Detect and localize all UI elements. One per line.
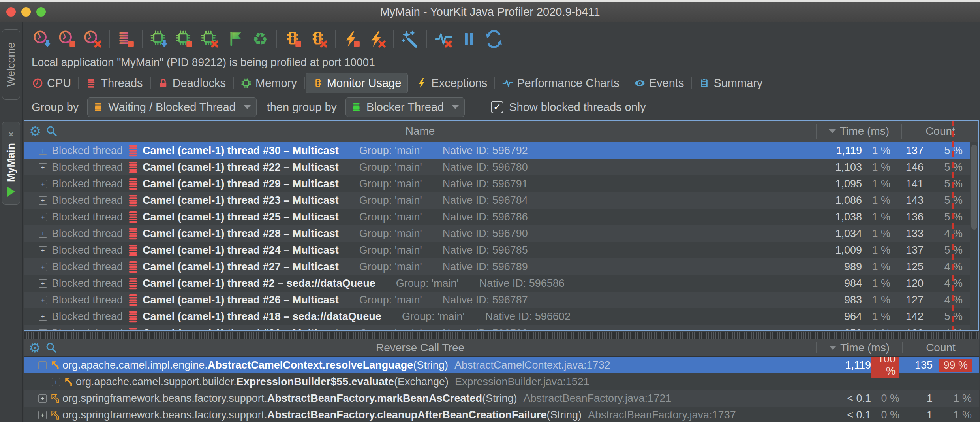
call-tree-row[interactable]: +org.springframework.beans.factory.suppo…	[24, 407, 979, 422]
count-column-header[interactable]: Count	[902, 121, 978, 142]
stop-cpu-profiling-icon[interactable]	[57, 28, 78, 50]
sidebar-tab-welcome[interactable]: Welcome	[2, 29, 20, 100]
tab-threads[interactable]: Threads	[80, 73, 149, 93]
call-tree-row[interactable]: −org.apache.camel.impl.engine.AbstractCa…	[24, 357, 979, 373]
count-value: 133	[894, 228, 929, 240]
expand-icon[interactable]: +	[39, 180, 47, 188]
thread-row[interactable]: +Blocked threadCamel (camel-1) thread #2…	[24, 225, 978, 242]
tab-summary[interactable]: Summary	[693, 73, 769, 93]
thread-row[interactable]: +Blocked threadCamel (camel-1) thread #3…	[24, 142, 978, 159]
scrollbar-thumb[interactable]	[971, 145, 977, 230]
thread-state-label: Blocked thread	[52, 178, 123, 190]
stop-exception-profiling-icon[interactable]	[341, 28, 362, 50]
clear-cpu-results-icon[interactable]	[82, 28, 103, 50]
clear-exception-results-icon[interactable]	[366, 28, 388, 50]
thread-native-id: Native ID: 596785	[443, 244, 528, 256]
checkmark-icon: ✓	[493, 102, 501, 113]
tab-events[interactable]: Events	[628, 73, 691, 93]
tab-memory[interactable]: Memory	[235, 73, 303, 93]
count-percent: 1 %	[938, 392, 979, 405]
table-search-icon[interactable]	[46, 125, 58, 137]
table-settings-gear-icon[interactable]: ⚙	[29, 341, 41, 354]
tab-cpu[interactable]: CPU	[26, 73, 77, 93]
table-settings-gear-icon[interactable]: ⚙	[29, 124, 41, 138]
close-session-icon[interactable]: ×	[8, 130, 14, 139]
count-column-header[interactable]: Count	[903, 339, 979, 356]
time-column-header[interactable]: Time (ms)	[817, 339, 902, 356]
expand-icon[interactable]: +	[39, 329, 47, 331]
tab-separator	[150, 77, 151, 89]
tab-deadlocks[interactable]: Deadlocks	[152, 73, 232, 93]
thread-row[interactable]: +Blocked threadCamel (camel-1) thread #2…	[24, 159, 978, 175]
thread-row[interactable]: +Blocked threadCamel (camel-1) thread #2…	[24, 258, 978, 275]
name-column-header[interactable]: Name	[24, 125, 816, 138]
time-column-header[interactable]: Time (ms)	[817, 121, 901, 142]
thread-native-id: Native ID: 596786	[443, 211, 528, 223]
thread-name: Camel (camel-1) thread #24 – Multicast	[143, 244, 339, 256]
show-blocked-threads-checkbox[interactable]: ✓	[491, 101, 503, 113]
expand-icon[interactable]: +	[39, 196, 47, 205]
clear-monitor-results-icon[interactable]	[308, 28, 329, 50]
capture-performance-snapshot-icon[interactable]	[32, 28, 53, 50]
trigger-wand-icon[interactable]	[400, 28, 421, 50]
stop-monitor-profiling-icon[interactable]	[283, 28, 304, 50]
expand-icon[interactable]: +	[39, 163, 47, 171]
expand-icon[interactable]: −	[38, 361, 47, 369]
capture-memory-snapshot-icon[interactable]	[148, 28, 170, 50]
thread-row[interactable]: +Blocked threadCamel (camel-1) thread #2…	[24, 275, 978, 292]
time-value: 989	[809, 261, 862, 273]
expand-icon[interactable]: +	[39, 147, 47, 155]
expand-icon[interactable]: +	[39, 263, 47, 271]
session-sidebar: Welcome × MyMain	[0, 22, 23, 422]
call-tree-row[interactable]: +org.apache.camel.support.builder.Expres…	[24, 373, 979, 390]
group-by-dropdown[interactable]: Waiting / Blocked Thread	[87, 97, 256, 117]
group-by-label: Group by	[32, 101, 79, 114]
capture-thread-dump-icon[interactable]	[115, 28, 137, 50]
expand-icon[interactable]: +	[52, 378, 60, 386]
count-value: 136	[894, 211, 929, 223]
expand-icon[interactable]: +	[39, 279, 47, 288]
main-toolbar: ♻	[32, 24, 505, 55]
panel-splitter[interactable]	[24, 332, 979, 339]
thread-row[interactable]: +Blocked threadCamel (camel-1) thread #2…	[24, 209, 978, 225]
thread-row[interactable]: +Blocked threadCamel (camel-1) thread #2…	[24, 292, 978, 308]
sidebar-tab-mymain[interactable]: × MyMain	[2, 122, 20, 205]
thread-icon	[128, 327, 138, 330]
expand-icon[interactable]: +	[38, 394, 47, 403]
expand-icon[interactable]: +	[39, 246, 47, 254]
call-tree-row[interactable]: +org.springframework.beans.factory.suppo…	[24, 390, 979, 407]
vertical-scrollbar[interactable]	[970, 142, 978, 330]
tab-exceptions[interactable]: Exceptions	[410, 73, 494, 93]
tab-separator	[770, 77, 770, 89]
stop-object-allocation-recording-icon[interactable]	[174, 28, 195, 50]
tab-performance-charts[interactable]: Performance Charts	[496, 73, 626, 93]
thread-row[interactable]: +Blocked threadCamel (camel-1) thread #1…	[24, 308, 978, 325]
expand-icon[interactable]: +	[39, 230, 47, 238]
thread-row[interactable]: +Blocked threadCamel (camel-1) thread #2…	[24, 192, 978, 209]
thread-row[interactable]: +Blocked threadCamel (camel-1) thread #2…	[24, 175, 978, 192]
flag-icon[interactable]	[224, 28, 246, 50]
expand-icon[interactable]: +	[39, 313, 47, 321]
then-group-by-value: Blocker Thread	[366, 101, 444, 114]
then-group-by-dropdown[interactable]: Blocker Thread	[345, 97, 465, 117]
expand-icon[interactable]: +	[39, 296, 47, 304]
expand-icon[interactable]: +	[39, 213, 47, 221]
clear-object-allocation-results-icon[interactable]	[199, 28, 220, 50]
expand-icon[interactable]: +	[38, 411, 47, 419]
clear-probe-results-icon[interactable]	[433, 28, 454, 50]
tab-monitor-usage[interactable]: Monitor Usage	[306, 73, 408, 93]
refresh-icon[interactable]	[483, 28, 505, 50]
thread-group: Group: 'main'	[359, 178, 422, 190]
thread-row[interactable]: +Blocked threadCamel (camel-1) thread #3…	[24, 325, 978, 330]
thread-row[interactable]: +Blocked threadCamel (camel-1) thread #2…	[24, 242, 978, 258]
table-search-icon[interactable]	[45, 342, 57, 354]
time-value: 1,095	[809, 178, 862, 190]
tab-label: Deadlocks	[173, 77, 226, 90]
toolbar-separator	[393, 30, 394, 48]
tab-separator	[78, 77, 79, 89]
reverse-call-tree-panel: ⚙ Reverse Call Tree Time (ms) Count −org…	[24, 339, 979, 422]
force-gc-icon[interactable]: ♻	[250, 28, 271, 50]
time-value: 1,086	[809, 194, 862, 207]
time-value: 983	[809, 294, 862, 306]
pause-icon[interactable]	[458, 28, 479, 50]
